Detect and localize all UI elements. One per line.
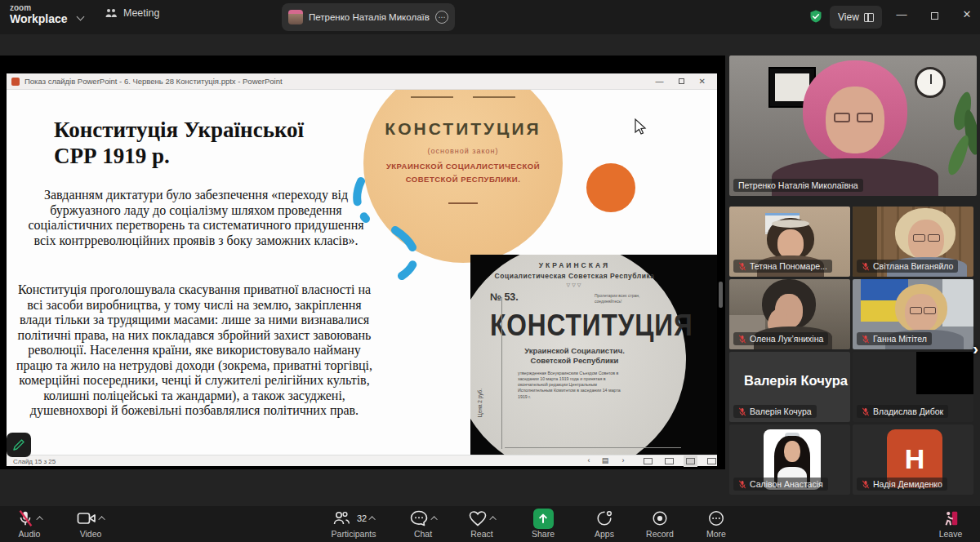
annotation-pencil-button[interactable] (7, 433, 31, 457)
doc2-price: Цена 2 руб. (477, 389, 483, 417)
tab-meeting[interactable]: Meeting (105, 7, 159, 19)
slide-sorter-view-button[interactable] (665, 458, 674, 464)
audio-button[interactable]: Audio (0, 509, 59, 539)
more-button[interactable]: More (687, 509, 746, 539)
next-gallery-page-button[interactable]: › (973, 340, 978, 358)
share-scrollbar-handle[interactable] (719, 282, 723, 308)
record-button[interactable]: Record (630, 509, 689, 539)
muted-mic-icon (738, 262, 746, 271)
video-tile-tetyana[interactable]: Тетяна Пономаре... (729, 207, 850, 277)
ppt-minimize-button[interactable]: — (656, 77, 664, 86)
doc2-title: КОНСТИТУЦИЯ (490, 307, 659, 343)
react-options-caret[interactable] (489, 516, 496, 522)
muted-mic-icon (862, 480, 870, 489)
participant-name: Ганна Мітітел (873, 334, 927, 344)
audio-label: Audio (19, 529, 41, 539)
react-button[interactable]: React (452, 509, 511, 539)
view-button[interactable]: View (830, 6, 882, 29)
doc2-motto: Пролетарии всех стран, соединяйтесь! (595, 293, 666, 304)
slide-paragraph-1: Завданням диктатури було забезпечення «п… (23, 188, 369, 248)
share-button[interactable]: Share (514, 509, 572, 539)
participants-panel: Петренко Наталія Миколаївна Тетяна Поном… (729, 56, 977, 495)
muted-mic-icon (16, 509, 34, 527)
slide-title: Конституція Української СРР 1919 р. (54, 118, 356, 170)
apps-button[interactable]: Apps (575, 509, 634, 539)
participant-name: Олена Лук’янихіна (750, 334, 823, 344)
participant-name: Салівон Анастасія (750, 479, 823, 489)
video-tile-svitlana[interactable]: Світлана Виганяйло (853, 207, 973, 277)
active-tab-label: Петренко Наталія Миколаївна's (309, 12, 430, 22)
window-minimize-button[interactable]: — (892, 8, 911, 20)
doc2-number: № 53. (490, 291, 519, 303)
next-slide-button[interactable]: › (617, 456, 629, 464)
view-layout-icon (864, 13, 874, 22)
slideshow-view-button[interactable] (707, 458, 716, 464)
window-close-button[interactable]: ✕ (957, 8, 977, 20)
window-maximize-button[interactable] (924, 10, 944, 22)
previous-slide-button[interactable]: ‹ (583, 456, 595, 464)
pencil-icon (12, 438, 25, 451)
leave-button[interactable]: Leave (921, 509, 980, 539)
participant-name-label: Ганна Мітітел (857, 332, 932, 345)
doc2-sub1: Украинской Социалистич. (479, 346, 670, 355)
audio-options-caret[interactable] (36, 516, 42, 522)
headband (772, 220, 809, 228)
participants-label: Participants (332, 529, 376, 539)
video-options-caret[interactable] (98, 516, 105, 522)
wall-clock (915, 67, 946, 98)
camera-off-display-name: Валерія Кочура (744, 373, 848, 389)
slide-menu-button[interactable]: ▤ (599, 456, 611, 464)
doc1-title: КОНСТИТУЦИЯ (363, 119, 563, 139)
apps-label: Apps (595, 529, 614, 539)
muted-mic-icon (738, 480, 746, 489)
tab-options-icon[interactable]: ⋯ (435, 11, 448, 24)
video-tile-valeriya[interactable]: Валерія Кочура Валерія Кочура (729, 352, 850, 422)
record-icon (650, 509, 670, 527)
chat-button[interactable]: Chat (394, 509, 452, 539)
person-glasses (834, 113, 876, 122)
doc1-line4: СОВЕТСКОЙ РЕСПУБЛИКИ. (363, 175, 563, 184)
person-glasses (910, 307, 936, 314)
participant-name: Петренко Наталія Миколаївна (738, 180, 858, 190)
participant-name-label: Валерія Кочура (733, 405, 817, 418)
video-tile-nadiya[interactable]: Н Надія Демиденко (853, 424, 973, 495)
participants-options-caret[interactable] (368, 516, 375, 522)
shared-screen-area: Показ слайдів PowerPoint - 6. Червень 28… (0, 56, 725, 469)
heart-icon (468, 509, 488, 527)
view-label: View (838, 11, 859, 23)
ppt-restore-button[interactable] (679, 78, 684, 84)
video-tile-olena[interactable]: Олена Лук’янихіна (729, 279, 850, 349)
plant (951, 91, 977, 189)
tab-active-meeting[interactable]: Петренко Наталія Миколаївна's ⋯ (282, 3, 455, 31)
chevron-down-icon[interactable] (77, 13, 85, 21)
leave-icon (941, 509, 960, 527)
slide-counter: Слайд 15 з 25 (13, 458, 56, 465)
orange-circle-decoration (586, 163, 635, 212)
powerpoint-titlebar[interactable]: Показ слайдів PowerPoint - 6. Червень 28… (7, 73, 717, 90)
participant-name: Тетяна Пономаре... (750, 261, 827, 271)
meeting-toolbar: Audio Video 32 Participants Chat (0, 506, 980, 542)
video-tile-hanna[interactable]: Ганна Мітітел (853, 279, 973, 349)
participant-name: Валерія Кочура (750, 406, 812, 416)
zoom-workplace-logo: zoom Workplace (10, 4, 68, 24)
video-button[interactable]: Video (61, 509, 120, 539)
mouse-cursor-icon (635, 119, 645, 134)
doc2-header2: Социалистическая Советская Республика (479, 272, 670, 280)
muted-mic-icon (862, 262, 870, 271)
reading-view-button[interactable] (686, 458, 695, 464)
video-tile-vladyslav[interactable]: Владислав Дибок (853, 352, 973, 422)
participant-name-label: Олена Лук’янихіна (733, 332, 828, 345)
top-bar: zoom Workplace Meeting Петренко Наталія … (0, 0, 980, 34)
ppt-close-button[interactable]: ✕ (699, 77, 706, 86)
video-tile-petrenko[interactable]: Петренко Наталія Миколаївна (729, 56, 977, 196)
powerpoint-statusbar: Слайд 15 з 25 ‹ ▤ › (7, 455, 717, 466)
record-label: Record (646, 529, 674, 539)
participants-button[interactable]: 32 Participants (318, 509, 389, 539)
participant-name-label: Владислав Дибок (857, 405, 948, 418)
person-face (777, 229, 804, 259)
video-tile-salivon[interactable]: Салівон Анастасія (729, 424, 850, 495)
slide-title-line1: Конституція Української (54, 118, 356, 144)
normal-view-button[interactable] (644, 458, 653, 464)
chat-options-caret[interactable] (430, 516, 437, 522)
slide-paragraph-2: Конституція проголошувала скасування при… (11, 282, 377, 419)
